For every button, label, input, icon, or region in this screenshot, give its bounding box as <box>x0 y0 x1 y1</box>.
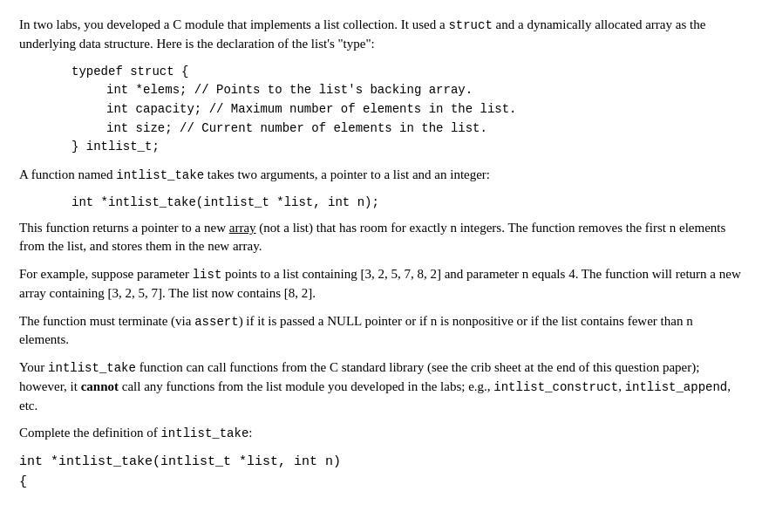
para4-before: The function must terminate (via <box>19 314 194 328</box>
para5-func-name: intlist_take <box>48 361 136 375</box>
bottom-code-block: int *intlist_take(intlist_t *list, int n… <box>19 452 743 493</box>
para1-before: A function named <box>19 167 116 181</box>
para1-after: takes two arguments, a pointer to a list… <box>204 167 490 181</box>
bottom-sig-line1: int *intlist_take(intlist_t *list, int n… <box>19 452 743 472</box>
typedef-line4: int size; // Current number of elements … <box>106 119 743 139</box>
typedef-line5: } intlist_t; <box>71 138 743 157</box>
para5-before: Your <box>19 360 48 374</box>
typedef-line2: int *elems; // Points to the list's back… <box>106 81 743 100</box>
para2-before: This function returns a pointer to a new <box>19 221 229 235</box>
para1: A function named intlist_take takes two … <box>19 166 743 185</box>
para3-before: For example, suppose parameter <box>19 267 193 281</box>
para5-func2: intlist_construct <box>493 380 618 394</box>
para6-func-name: intlist_take <box>160 426 248 440</box>
para5-func3: intlist_append <box>625 380 728 394</box>
intro-text-before: In two labs, you developed a C module th… <box>19 17 448 31</box>
typedef-block: typedef struct { int *elems; // Points t… <box>71 63 743 157</box>
para6-after: : <box>248 426 252 440</box>
para4: The function must terminate (via assert)… <box>19 312 743 351</box>
intro-struct-word: struct <box>448 18 492 32</box>
para5-comma: , <box>618 379 625 393</box>
typedef-line1: typedef struct { <box>71 63 743 82</box>
para5: Your intlist_take function can call func… <box>19 358 743 415</box>
para6: Complete the definition of intlist_take: <box>19 424 743 443</box>
intro-paragraph: In two labs, you developed a C module th… <box>19 16 743 54</box>
para3: For example, suppose parameter list poin… <box>19 265 743 304</box>
para6-before: Complete the definition of <box>19 426 160 440</box>
bottom-sig-line2: { <box>19 472 743 492</box>
para3-list-word: list <box>193 268 222 282</box>
para5-after: call any functions from the list module … <box>119 379 493 393</box>
para5-cannot: cannot <box>81 379 119 393</box>
function-signature: int *intlist_take(intlist_t *list, int n… <box>71 194 743 212</box>
para2-array-underline: array <box>229 221 256 235</box>
para1-func-name: intlist_take <box>116 168 204 182</box>
para4-assert-word: assert <box>194 315 238 329</box>
para2: This function returns a pointer to a new… <box>19 219 743 257</box>
typedef-line3: int capacity; // Maximum number of eleme… <box>106 100 743 119</box>
